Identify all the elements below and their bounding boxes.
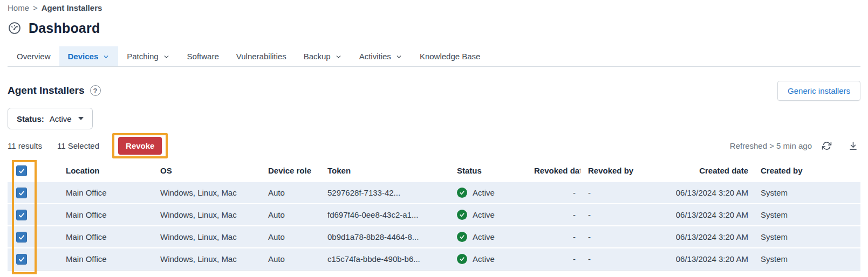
column-header-created-date: Created date — [651, 160, 753, 182]
cell-os: Windows, Linux, Mac — [153, 182, 261, 204]
cell-location: Main Office — [58, 248, 153, 270]
selected-count: 11 Selected — [57, 141, 99, 150]
download-icon[interactable] — [848, 141, 858, 151]
cell-revoked-date: - — [527, 226, 580, 248]
cell-revoked-by: - — [580, 204, 651, 226]
active-status-icon — [457, 232, 467, 242]
cell-token: c15c74fa-bbde-490b-b6... — [320, 248, 449, 270]
cell-created-date: 06/13/2024 3:20 AM — [651, 204, 753, 226]
active-status-icon — [457, 254, 467, 264]
cell-created-date: 06/13/2024 3:20 AM — [651, 248, 753, 270]
table-row[interactable]: Main Office Windows, Linux, Mac Auto 0b9… — [8, 226, 860, 248]
cell-token: fd697f46-0ee8-43c2-a1... — [320, 204, 449, 226]
tab-software[interactable]: Software — [179, 46, 228, 66]
cell-revoked-by: - — [580, 226, 651, 248]
cell-status: Active — [449, 226, 527, 248]
cell-status: Active — [449, 204, 527, 226]
chevron-down-icon — [335, 53, 342, 60]
tab-label: Devices — [68, 52, 99, 61]
column-header-token: Token — [320, 160, 449, 182]
filter-row: Status: Active — [8, 108, 860, 129]
status-label: Active — [473, 188, 495, 197]
row-checkbox[interactable] — [16, 254, 27, 265]
actions-row: 11 results 11 Selected Revoke Refreshed … — [8, 133, 860, 159]
dashboard-gauge-icon — [8, 21, 22, 35]
cell-status: Active — [449, 248, 527, 270]
chevron-down-icon — [102, 53, 110, 60]
cell-revoked-by: - — [580, 248, 651, 270]
cell-created-by: System — [753, 204, 860, 226]
table-row[interactable]: Main Office Windows, Linux, Mac Auto c15… — [8, 248, 860, 270]
column-header-created-by: Created by — [753, 160, 860, 182]
row-checkbox[interactable] — [16, 188, 27, 198]
cell-location: Main Office — [58, 182, 153, 204]
tab-vulnerabilities[interactable]: Vulnerabilities — [228, 46, 295, 66]
cell-revoked-by: - — [580, 182, 651, 204]
cell-status: Active — [449, 182, 527, 204]
tab-knowledge-base[interactable]: Knowledge Base — [411, 46, 489, 66]
cell-created-by: System — [753, 182, 860, 204]
cell-created-by: System — [753, 226, 860, 248]
active-status-icon — [457, 188, 467, 198]
select-all-checkbox[interactable] — [16, 165, 27, 176]
cell-location: Main Office — [58, 204, 153, 226]
column-header-device-role: Device role — [261, 160, 320, 182]
tab-backup[interactable]: Backup — [295, 46, 351, 66]
cell-created-date: 06/13/2024 3:20 AM — [651, 182, 753, 204]
section-header: Agent Installers ? Generic installers — [8, 80, 860, 101]
tab-label: Knowledge Base — [420, 52, 481, 61]
breadcrumb-home[interactable]: Home — [8, 3, 29, 12]
breadcrumb: Home > Agent Installers — [8, 2, 860, 13]
status-filter-value: Active — [50, 114, 72, 123]
page-header: Dashboard — [8, 19, 860, 37]
cell-device-role: Auto — [261, 204, 320, 226]
table-row[interactable]: Main Office Windows, Linux, Mac Auto fd6… — [8, 204, 860, 226]
refresh-icon[interactable] — [822, 141, 832, 151]
cell-device-role: Auto — [261, 226, 320, 248]
tab-label: Vulnerabilities — [236, 52, 286, 61]
revoke-button[interactable]: Revoke — [118, 137, 162, 155]
cell-os: Windows, Linux, Mac — [153, 248, 261, 270]
cell-device-role: Auto — [261, 248, 320, 270]
table-header-row: Location OS Device role Token Status Rev… — [8, 160, 860, 182]
column-header-revoked-by: Revoked by — [580, 160, 651, 182]
chevron-down-icon — [163, 53, 170, 60]
breadcrumb-separator: > — [33, 3, 38, 12]
page-title: Dashboard — [29, 20, 100, 36]
tab-bar: Overview Devices Patching Software Vulne… — [8, 46, 860, 67]
status-filter-dropdown[interactable]: Status: Active — [8, 108, 93, 129]
cell-created-by: System — [753, 248, 860, 270]
table-row[interactable]: Main Office Windows, Linux, Mac Auto 529… — [8, 182, 860, 204]
cell-revoked-date: - — [527, 182, 580, 204]
tab-label: Overview — [17, 52, 51, 61]
refreshed-status: Refreshed > 5 min ago — [730, 141, 812, 150]
cell-created-date: 06/13/2024 3:20 AM — [651, 226, 753, 248]
column-header-os: OS — [153, 160, 261, 182]
column-header-location: Location — [58, 160, 153, 182]
cell-revoked-date: - — [527, 248, 580, 270]
generic-installers-button[interactable]: Generic installers — [777, 81, 860, 101]
status-filter-label: Status: — [17, 114, 44, 123]
tab-label: Backup — [304, 52, 331, 61]
cell-token: 0b9d1a78-8b28-4464-8... — [320, 226, 449, 248]
tab-overview[interactable]: Overview — [8, 46, 59, 66]
section-title: Agent Installers — [8, 85, 85, 96]
status-label: Active — [473, 254, 495, 264]
caret-down-icon — [78, 117, 84, 120]
cell-token: 5297628f-7133-42... — [320, 182, 449, 204]
status-label: Active — [473, 210, 495, 219]
column-header-status: Status — [449, 160, 527, 182]
tab-activities[interactable]: Activities — [351, 46, 411, 66]
breadcrumb-current: Agent Installers — [42, 3, 102, 12]
row-checkbox[interactable] — [16, 210, 27, 220]
row-checkbox[interactable] — [16, 232, 27, 243]
tab-devices[interactable]: Devices — [59, 46, 119, 66]
results-count: 11 results — [8, 141, 42, 150]
agent-installers-table: Location OS Device role Token Status Rev… — [8, 160, 860, 271]
help-icon[interactable]: ? — [90, 85, 101, 96]
tab-patching[interactable]: Patching — [118, 46, 178, 66]
status-label: Active — [473, 232, 495, 241]
tab-label: Activities — [359, 52, 391, 61]
revoke-highlight-box: Revoke — [112, 133, 168, 158]
active-status-icon — [457, 210, 467, 220]
